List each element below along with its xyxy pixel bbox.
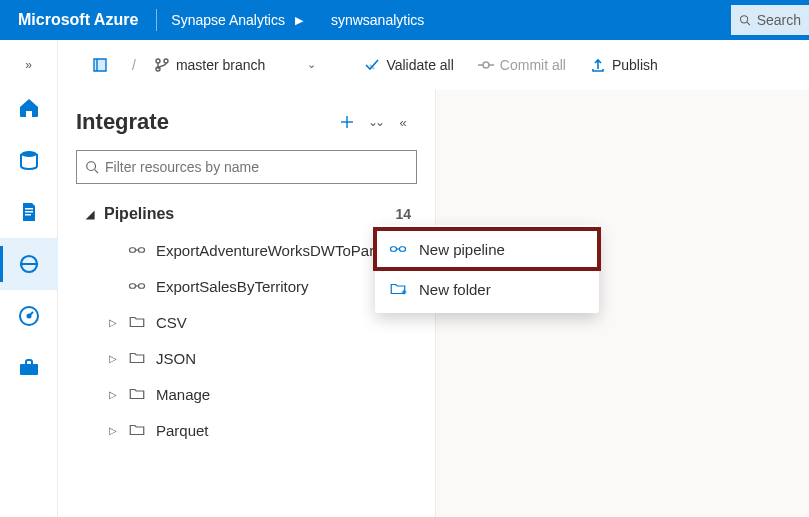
commit-icon [478,57,494,73]
svg-rect-9 [20,364,38,375]
folder-icon [128,385,146,403]
caret-right-icon: ▷ [106,317,120,328]
branch-icon [154,57,170,73]
check-icon [364,57,380,73]
svg-point-2 [21,151,37,157]
studio-toolbar: / master branch ⌄ Validate all Commit al… [58,40,809,90]
category-label: Pipelines [104,205,174,223]
svg-rect-3 [25,208,33,210]
svg-rect-23 [130,284,136,289]
double-chevron-down-icon: ⌄⌄ [368,115,382,129]
gauge-icon [17,304,41,328]
svg-rect-26 [391,247,397,252]
folder-item[interactable]: ▷ Parquet [76,412,417,448]
svg-rect-4 [25,211,33,213]
publish-label: Publish [612,57,658,73]
pipeline-icon [128,241,146,259]
category-count: 14 [395,206,417,222]
svg-point-8 [27,315,30,318]
folder-item[interactable]: ▷ Manage [76,376,417,412]
validate-all-button[interactable]: Validate all [352,49,465,81]
search-icon [85,160,99,174]
folder-item[interactable]: ▷ JSON [76,340,417,376]
folder-icon [128,421,146,439]
svg-rect-21 [139,248,145,253]
svg-rect-27 [400,247,406,252]
item-label: Manage [156,386,210,403]
caret-down-icon: ◢ [82,208,98,221]
nav-home[interactable] [0,82,58,134]
svg-point-13 [483,62,489,68]
folder-item[interactable]: ▷ CSV [76,304,417,340]
search-placeholder: Search [757,12,801,28]
left-rail: » [0,40,58,517]
double-chevron-left-icon: « [399,115,406,130]
brand[interactable]: Microsoft Azure [18,11,156,29]
nav-manage[interactable] [0,342,58,394]
add-context-menu: New pipeline New folder [375,225,599,313]
nav-monitor[interactable] [0,290,58,342]
publish-icon [590,57,606,73]
breadcrumb-service-label: Synapse Analytics [171,12,285,28]
svg-point-0 [740,16,747,23]
folder-icon [128,349,146,367]
commit-label: Commit all [500,57,566,73]
menu-new-pipeline[interactable]: New pipeline [375,229,599,269]
add-button[interactable] [333,108,361,136]
svg-point-18 [87,162,96,171]
rail-collapse-button[interactable]: » [25,48,32,82]
search-icon [739,13,751,27]
menu-label: New pipeline [419,241,505,258]
global-header: Microsoft Azure Synapse Analytics ▶ synw… [0,0,809,40]
breadcrumb-service[interactable]: Synapse Analytics ▶ [157,12,317,28]
svg-line-19 [95,170,99,174]
pipeline-item[interactable]: ExportAdventureWorksDWToParquet [76,232,417,268]
plus-icon [339,114,355,130]
toolbox-icon [17,356,41,380]
home-icon [17,96,41,120]
separator: / [126,57,142,73]
expand-all-button[interactable]: ⌄⌄ [361,108,389,136]
document-icon [17,200,41,224]
database-icon [17,148,41,172]
svg-line-1 [747,22,750,25]
chevron-right-icon: ▶ [295,14,303,27]
menu-new-folder[interactable]: New folder [375,269,599,309]
svg-rect-5 [25,214,31,216]
breadcrumb-workspace[interactable]: synwsanalytics [317,12,438,28]
svg-rect-24 [139,284,145,289]
nav-develop[interactable] [0,186,58,238]
branch-label: master branch [176,57,265,73]
item-label: JSON [156,350,196,367]
chevron-down-icon: ⌄ [307,58,316,71]
folder-icon [128,313,146,331]
nav-integrate[interactable] [0,238,58,290]
item-label: ExportAdventureWorksDWToParquet [156,242,376,259]
item-label: Parquet [156,422,209,439]
pipeline-icon [389,240,407,258]
caret-right-icon: ▷ [106,389,120,400]
panel-title: Integrate [76,109,333,135]
nav-data[interactable] [0,134,58,186]
caret-right-icon: ▷ [106,353,120,364]
commit-all-button[interactable]: Commit all [466,49,578,81]
global-search[interactable]: Search [731,5,809,35]
filter-box[interactable] [76,150,417,184]
collapse-panel-button[interactable]: « [389,108,417,136]
svg-point-12 [164,59,168,63]
item-label: ExportSalesByTerritory [156,278,309,295]
branch-picker[interactable]: master branch ⌄ [142,49,328,81]
pipeline-item[interactable]: ExportSalesByTerritory [76,268,417,304]
svg-point-10 [156,59,160,63]
pipeline-icon [128,277,146,295]
repo-icon [92,57,108,73]
svg-rect-20 [130,248,136,253]
validate-label: Validate all [386,57,453,73]
new-folder-icon [389,280,407,298]
menu-label: New folder [419,281,491,298]
category-pipelines[interactable]: ◢ Pipelines 14 [76,196,417,232]
filter-input[interactable] [105,159,408,175]
repo-indicator[interactable] [80,49,126,81]
caret-right-icon: ▷ [106,425,120,436]
publish-button[interactable]: Publish [578,49,670,81]
